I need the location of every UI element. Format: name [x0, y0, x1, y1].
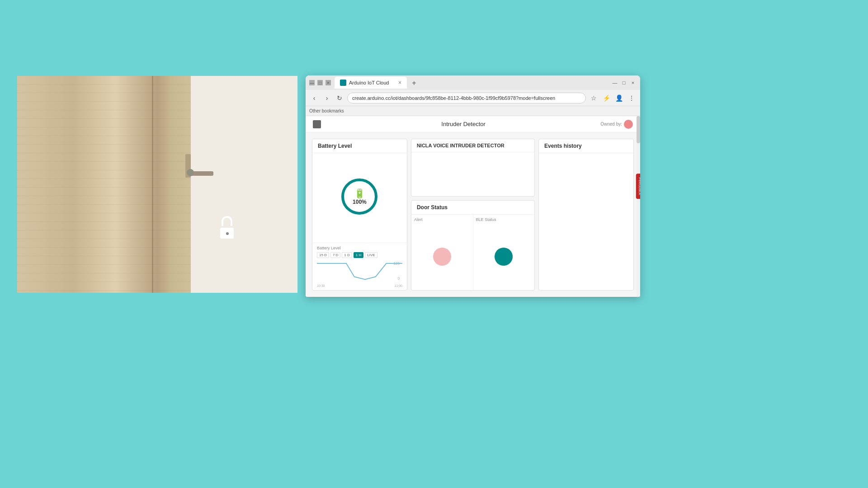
svg-text:0: 0 [397, 277, 400, 281]
user-avatar [624, 120, 633, 129]
address-bar: ‹ › ↻ create.arduino.cc/iot/dashboards/9… [306, 90, 640, 106]
owned-by-section: Owned by: [600, 120, 633, 129]
bookmark-star-icon[interactable]: ☆ [589, 93, 599, 103]
ble-indicator [476, 225, 532, 287]
alert-dot [433, 248, 451, 266]
scrollbar[interactable] [637, 116, 640, 297]
dashboard: Intruder Detector Owned by: Battery Leve… [306, 116, 640, 297]
bookmark-label[interactable]: Other bookmarks [309, 108, 344, 113]
filter-7d[interactable]: 7 D [330, 252, 340, 258]
battery-icon: 🔋 [354, 188, 365, 199]
door-status-title: Door Status [411, 201, 534, 215]
active-tab[interactable]: Arduino IoT Cloud × [335, 77, 407, 89]
profile-icon[interactable]: 👤 [614, 93, 624, 103]
events-widget-title: Events history [539, 139, 633, 153]
forward-button[interactable]: › [322, 93, 332, 103]
filter-1h[interactable]: 1 H [354, 252, 363, 258]
browser-window: — □ × Arduino IoT Cloud × + — □ × ‹ › ↻ … [306, 75, 640, 297]
dashboard-icon [313, 120, 321, 128]
filter-1d[interactable]: 1 D [342, 252, 352, 258]
dashboard-title: Intruder Detector [326, 121, 600, 127]
reload-button[interactable]: ↻ [335, 93, 344, 103]
window-controls[interactable]: — □ × [309, 80, 331, 85]
ble-dot [495, 248, 513, 266]
dashboard-body: Battery Level 🔋 100% Battery Level 15 D … [306, 132, 640, 297]
back-button[interactable]: ‹ [309, 93, 319, 103]
tab-favicon [340, 80, 346, 86]
win-restore-icon[interactable]: □ [620, 79, 627, 86]
door-status-widget: Door Status Alert BLE Status [411, 200, 535, 291]
tab-close-icon[interactable]: × [398, 80, 401, 86]
battery-circle: 🔋 100% [341, 178, 377, 215]
alert-sensor-panel: Alert [411, 215, 473, 290]
chart-labels: 10:30 11:00 [317, 284, 402, 287]
chart-title: Battery Level [317, 246, 402, 250]
tab-bar: Arduino IoT Cloud × + [335, 77, 611, 89]
ble-label: BLE Status [476, 217, 532, 222]
door-sensors: Alert BLE Status [411, 215, 534, 290]
dashboard-header: Intruder Detector Owned by: [306, 116, 640, 132]
minimize-button[interactable]: — [309, 80, 315, 85]
url-input[interactable]: create.arduino.cc/iot/dashboards/9fc858b… [347, 93, 586, 103]
menu-icon[interactable]: ⋮ [627, 93, 637, 103]
filter-live[interactable]: LIVE [365, 252, 377, 258]
nicla-widget: NICLA VOICE INTRUDER DETECTOR [411, 139, 535, 197]
door-photo [17, 76, 297, 293]
tab-label: Arduino IoT Cloud [349, 80, 389, 85]
chart-time-end: 11:00 [394, 284, 402, 287]
maximize-button[interactable]: □ [317, 80, 323, 85]
svg-text:120: 120 [393, 262, 400, 266]
battery-widget-title: Battery Level [312, 139, 407, 153]
browser-titlebar: — □ × Arduino IoT Cloud × + — □ × [306, 75, 640, 90]
events-widget: Events history [538, 139, 634, 291]
alert-indicator [414, 225, 470, 287]
new-tab-button[interactable]: + [409, 78, 420, 89]
win-close-icon[interactable]: × [629, 79, 637, 86]
battery-chart-section: Battery Level 15 D 7 D 1 D 1 H LIVE 120 … [312, 243, 407, 290]
battery-gauge: 🔋 100% [312, 153, 407, 243]
battery-percentage: 100% [353, 199, 367, 205]
time-filters[interactable]: 15 D 7 D 1 D 1 H LIVE [317, 252, 402, 258]
bookmark-bar: Other bookmarks [306, 106, 640, 116]
nicla-widget-title: NICLA VOICE INTRUDER DETECTOR [411, 139, 534, 152]
chart-time-start: 10:30 [317, 284, 325, 287]
extensions-icon[interactable]: ⚡ [601, 93, 611, 103]
owned-by-label: Owned by: [600, 122, 622, 127]
win-right-controls[interactable]: — □ × [611, 79, 637, 86]
alert-label: Alert [414, 217, 470, 222]
win-minimize-icon[interactable]: — [611, 79, 618, 86]
battery-widget: Battery Level 🔋 100% Battery Level 15 D … [312, 139, 407, 291]
chart-svg: 120 0 [317, 261, 402, 282]
ble-sensor-panel: BLE Status [473, 215, 535, 290]
url-text: create.arduino.cc/iot/dashboards/9fc858b… [352, 95, 555, 101]
feedback-tab[interactable]: Feedback [636, 174, 640, 199]
scrollbar-thumb[interactable] [637, 116, 640, 143]
close-button[interactable]: × [326, 80, 331, 85]
mini-chart: 120 0 [317, 261, 402, 283]
filter-15d[interactable]: 15 D [317, 252, 329, 258]
